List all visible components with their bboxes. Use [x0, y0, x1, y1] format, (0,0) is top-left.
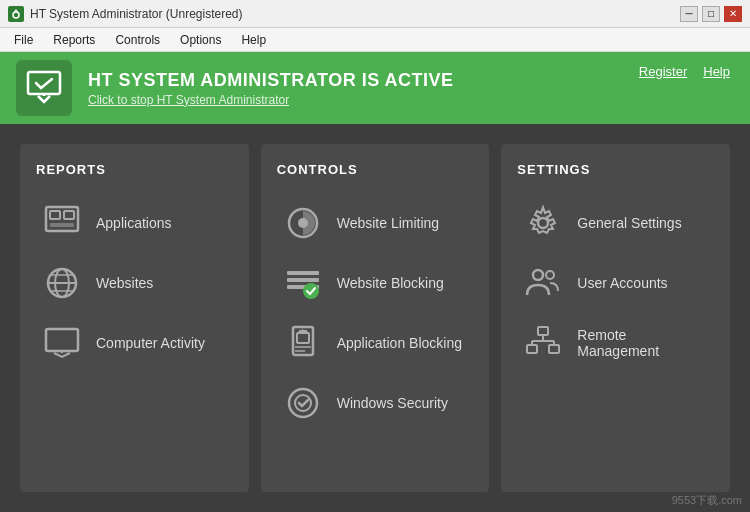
- reports-title: REPORTS: [36, 162, 233, 177]
- website-limiting-label: Website Limiting: [337, 215, 439, 231]
- svg-point-28: [533, 270, 543, 280]
- svg-rect-5: [50, 211, 60, 219]
- svg-point-27: [538, 218, 548, 228]
- svg-rect-17: [287, 271, 319, 275]
- menu-options[interactable]: Options: [170, 31, 231, 49]
- maximize-button[interactable]: □: [702, 6, 720, 22]
- watermark: 9553下载.com: [672, 493, 742, 508]
- applications-icon: [42, 203, 82, 243]
- svg-rect-7: [50, 223, 74, 227]
- app-icon: [8, 6, 24, 22]
- title-controls[interactable]: ─ □ ✕: [680, 6, 742, 22]
- user-accounts-label: User Accounts: [577, 275, 667, 291]
- svg-rect-2: [28, 72, 60, 94]
- windows-security-icon: [283, 383, 323, 423]
- settings-title: SETTINGS: [517, 162, 714, 177]
- svg-rect-18: [287, 278, 319, 282]
- controls-panel: CONTROLS Website Limiting: [261, 144, 490, 492]
- windows-security-label: Windows Security: [337, 395, 448, 411]
- application-blocking-icon: [283, 323, 323, 363]
- website-blocking-item[interactable]: Website Blocking: [277, 253, 474, 313]
- windows-security-item[interactable]: Windows Security: [277, 373, 474, 433]
- websites-label: Websites: [96, 275, 153, 291]
- title-text: HT System Administrator (Unregistered): [30, 7, 243, 21]
- general-settings-label: General Settings: [577, 215, 681, 231]
- website-limiting-icon: [283, 203, 323, 243]
- header-text: HT SYSTEM ADMINISTRATOR IS ACTIVE Click …: [88, 70, 454, 107]
- help-link[interactable]: Help: [703, 64, 730, 79]
- svg-rect-31: [527, 345, 537, 353]
- close-button[interactable]: ✕: [724, 6, 742, 22]
- user-accounts-icon: [523, 263, 563, 303]
- menu-file[interactable]: File: [4, 31, 43, 49]
- applications-item[interactable]: Applications: [36, 193, 233, 253]
- svg-rect-32: [549, 345, 559, 353]
- svg-rect-0: [8, 6, 24, 22]
- general-settings-item[interactable]: General Settings: [517, 193, 714, 253]
- minimize-button[interactable]: ─: [680, 6, 698, 22]
- reports-panel: REPORTS Applications: [20, 144, 249, 492]
- svg-rect-13: [46, 329, 78, 351]
- svg-point-26: [295, 395, 311, 411]
- svg-rect-6: [64, 211, 74, 219]
- website-blocking-label: Website Blocking: [337, 275, 444, 291]
- svg-point-20: [303, 283, 319, 299]
- applications-label: Applications: [96, 215, 172, 231]
- title-bar: HT System Administrator (Unregistered) ─…: [0, 0, 750, 28]
- computer-activity-label: Computer Activity: [96, 335, 205, 351]
- header-links: Register Help: [639, 64, 730, 79]
- websites-icon: [42, 263, 82, 303]
- svg-point-25: [289, 389, 317, 417]
- website-blocking-icon: [283, 263, 323, 303]
- remote-management-label: Remote Management: [577, 327, 708, 359]
- header-title: HT SYSTEM ADMINISTRATOR IS ACTIVE: [88, 70, 454, 91]
- svg-rect-30: [538, 327, 548, 335]
- settings-panel: SETTINGS General Settings User Accounts: [501, 144, 730, 492]
- main-content: REPORTS Applications: [0, 124, 750, 512]
- menu-bar: File Reports Controls Options Help: [0, 28, 750, 52]
- menu-help[interactable]: Help: [231, 31, 276, 49]
- register-link[interactable]: Register: [639, 64, 687, 79]
- computer-activity-item[interactable]: Computer Activity: [36, 313, 233, 373]
- application-blocking-label: Application Blocking: [337, 335, 462, 351]
- computer-activity-icon: [42, 323, 82, 363]
- title-bar-left: HT System Administrator (Unregistered): [8, 6, 243, 22]
- header-banner: HT SYSTEM ADMINISTRATOR IS ACTIVE Click …: [0, 52, 750, 124]
- header-subtitle[interactable]: Click to stop HT System Administrator: [88, 93, 454, 107]
- controls-title: CONTROLS: [277, 162, 474, 177]
- menu-reports[interactable]: Reports: [43, 31, 105, 49]
- svg-point-29: [546, 271, 554, 279]
- remote-management-item[interactable]: Remote Management: [517, 313, 714, 373]
- remote-management-icon: [523, 323, 563, 363]
- websites-item[interactable]: Websites: [36, 253, 233, 313]
- svg-point-16: [298, 218, 308, 228]
- website-limiting-item[interactable]: Website Limiting: [277, 193, 474, 253]
- menu-controls[interactable]: Controls: [105, 31, 170, 49]
- general-settings-icon: [523, 203, 563, 243]
- user-accounts-item[interactable]: User Accounts: [517, 253, 714, 313]
- application-blocking-item[interactable]: Application Blocking: [277, 313, 474, 373]
- header-icon: [16, 60, 72, 116]
- svg-rect-22: [297, 333, 309, 343]
- monitor-check-icon: [24, 68, 64, 108]
